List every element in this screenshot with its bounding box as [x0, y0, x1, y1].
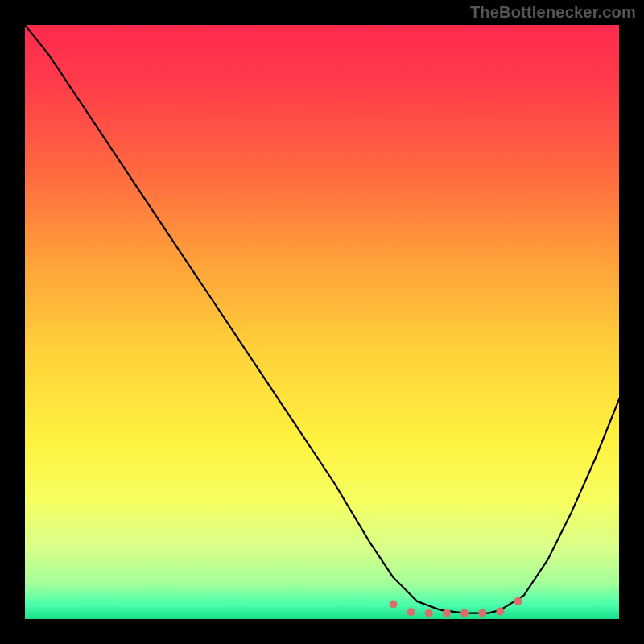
marker-dot	[478, 609, 486, 617]
marker-dot	[425, 609, 433, 617]
chart-svg	[25, 25, 619, 619]
marker-dot	[407, 608, 415, 616]
plot-area	[25, 25, 619, 619]
chart-container: TheBottlenecker.com	[0, 0, 644, 644]
marker-dot	[390, 601, 398, 609]
marker-dot	[460, 609, 469, 617]
watermark-text: TheBottlenecker.com	[470, 3, 636, 22]
marker-dot	[496, 607, 504, 615]
gradient-rect	[25, 25, 619, 619]
marker-dot	[443, 609, 451, 617]
marker-dot	[514, 597, 522, 605]
